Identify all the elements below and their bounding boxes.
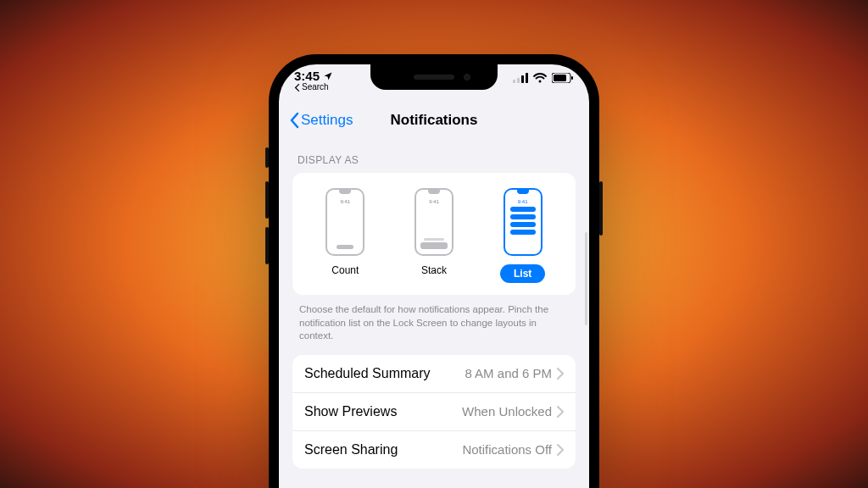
display-option-stack[interactable]: 9:41 Stack — [398, 188, 470, 283]
row-scheduled-summary[interactable]: Scheduled Summary 8 AM and 6 PM — [292, 355, 576, 393]
breadcrumb-back-hint[interactable]: Search — [294, 83, 333, 92]
section-header-display-as: DISPLAY AS — [292, 146, 576, 173]
chevron-right-icon — [557, 368, 564, 380]
status-time: 3:45 — [294, 69, 333, 82]
settings-list: Scheduled Summary 8 AM and 6 PM Show Pre… — [292, 355, 576, 469]
screen: 3:45 Search — [279, 64, 589, 488]
cellular-icon — [513, 73, 528, 83]
chevron-left-icon — [294, 84, 300, 92]
iphone-frame: 3:45 Search — [269, 54, 599, 488]
nav-back-button[interactable]: Settings — [289, 112, 353, 129]
option-label-selected: List — [500, 264, 545, 283]
navbar: Settings Notifications — [279, 102, 589, 139]
svg-rect-3 — [526, 73, 528, 83]
chevron-right-icon — [557, 406, 564, 418]
scroll-indicator[interactable] — [585, 232, 587, 325]
display-option-list[interactable]: 9:41 List — [487, 188, 559, 283]
chevron-right-icon — [557, 444, 564, 456]
svg-rect-6 — [554, 75, 566, 81]
option-label: Count — [331, 264, 359, 276]
svg-rect-0 — [513, 80, 515, 83]
location-icon — [323, 71, 333, 81]
row-show-previews[interactable]: Show Previews When Unlocked — [292, 393, 576, 431]
notch — [370, 64, 498, 90]
chevron-left-icon — [289, 112, 299, 129]
row-screen-sharing[interactable]: Screen Sharing Notifications Off — [292, 431, 576, 469]
page-title: Notifications — [391, 112, 478, 129]
svg-point-4 — [539, 80, 542, 83]
display-as-note: Choose the default for how notifications… — [292, 295, 576, 355]
battery-icon — [552, 73, 574, 83]
svg-rect-1 — [517, 78, 520, 83]
svg-rect-2 — [521, 75, 524, 83]
wifi-icon — [533, 73, 547, 83]
display-option-count[interactable]: 9:41 Count — [309, 188, 381, 283]
option-label: Stack — [421, 264, 447, 276]
display-as-card: 9:41 Count 9:41 Stack — [292, 173, 576, 295]
svg-rect-7 — [571, 76, 573, 80]
